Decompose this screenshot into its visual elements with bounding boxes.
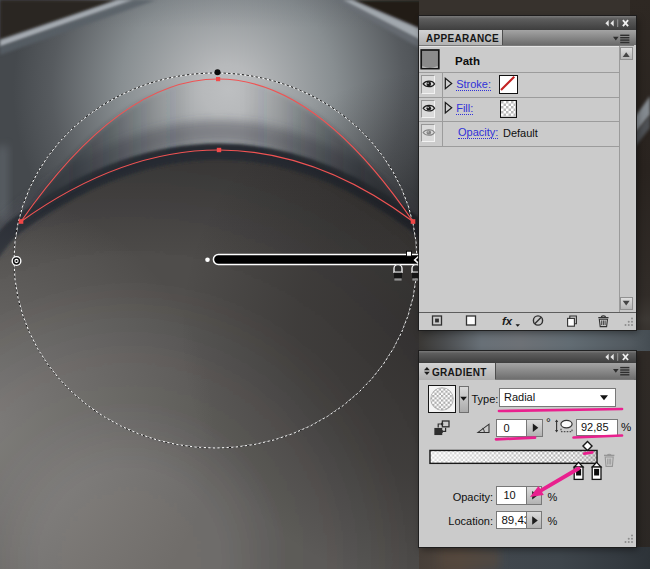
svg-text:fx: fx [502,315,513,327]
